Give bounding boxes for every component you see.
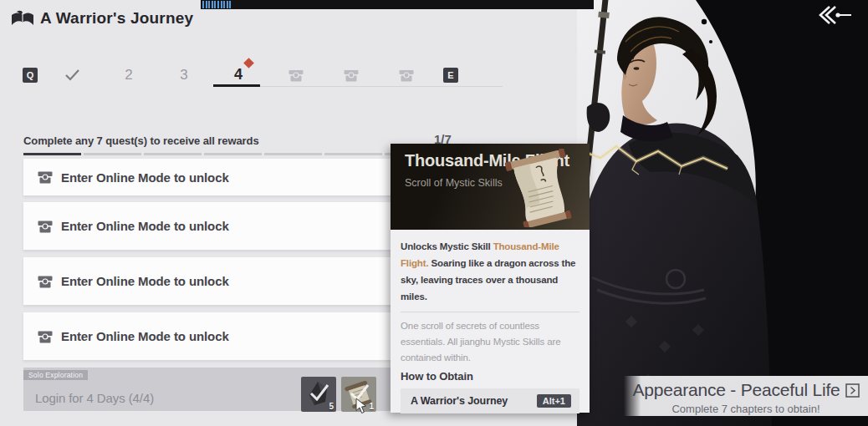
item-flavor-text: One scroll of secrets of countless essen… [401,318,581,366]
quest-label: Enter Online Mode to unlock [61,274,229,288]
book-icon [10,9,35,30]
arrow-right-box-icon[interactable] [845,383,860,398]
character-portrait [577,0,868,426]
quest-label: Enter Online Mode to unlock [61,329,229,343]
appearance-reward-subtitle: Complete 7 chapters to obtain! [624,403,868,415]
tab-reward-gift-icon[interactable] [344,68,359,82]
progress-segment [264,153,322,155]
desc-prefix: Unlocks Mystic Skill [401,241,493,251]
progress-segment [204,153,262,155]
item-type: Scroll of Mystic Skills [405,177,503,189]
gift-icon [38,330,53,343]
tab-reward-gift-icon[interactable] [399,68,414,82]
login-quest-label: Login for 4 Days (4/4) [35,391,154,405]
hotkey-q-badge: Q [23,68,38,83]
collapse-panel-icon[interactable] [813,3,855,27]
selected-tab-underline [213,84,260,87]
item-description: Unlocks Mystic Skill Thousand-Mile Fligh… [401,238,581,305]
mouse-cursor [355,398,368,414]
reward-item-dark-ore[interactable]: 5 [301,377,336,412]
progress-segment [84,153,141,155]
parchment-scroll-image [499,149,583,227]
page-title: A Warrior's Journey [40,9,193,28]
tab-baseline [260,86,503,87]
gift-icon [38,275,53,288]
quest-label: Enter Online Mode to unlock [61,219,229,233]
progress-stripes [202,1,232,8]
chapter-instruction: Complete any 7 quest(s) to receive all r… [23,134,259,147]
tooltip-header: Thousand-Mile Flight Scroll of Mystic Sk… [391,144,590,230]
hotkey-alt1-badge: Alt+1 [537,394,571,408]
appearance-title-text: Appearance - Peaceful Life [632,380,840,399]
how-to-obtain-heading: How to Obtain [401,370,580,383]
reward-count: 1 [369,402,374,411]
hotkey-e-badge: E [443,68,458,83]
tab-chapter2[interactable]: 2 [116,67,141,84]
quest-label: Enter Online Mode to unlock [61,170,229,185]
gift-icon [38,220,53,233]
progress-segment [324,153,382,155]
chapter-progress-bar [23,153,442,155]
tooltip-divider [401,312,580,312]
video-progress-strip [201,0,594,9]
obtain-source-name: A Warrior's Journey [411,395,537,407]
warriors-journey-screen: A Warrior's Journey Q 2 3 4 E Complete a… [0,0,868,426]
reward-count: 5 [329,402,334,411]
item-tooltip: Thousand-Mile Flight Scroll of Mystic Sk… [391,144,590,413]
tab-chapter3[interactable]: 3 [171,67,197,84]
tooltip-body: Unlocks Mystic Skill Thousand-Mile Fligh… [391,230,590,413]
progress-segment [23,153,81,155]
obtain-source-row[interactable]: A Warrior's Journey Alt+1 [401,388,580,413]
progress-segment [144,153,202,155]
gift-icon [38,170,53,184]
tab-reward-gift-icon[interactable] [288,68,304,82]
appearance-reward-title: Appearance - Peaceful Life [624,380,868,400]
solo-exploration-badge: Solo Exploration [23,370,88,380]
appearance-reward-banner[interactable]: Appearance - Peaceful Life Complete 7 ch… [624,376,868,416]
tab-chapter4-selected[interactable]: 4 [226,66,251,84]
tab-chapter1-checkmark-icon[interactable] [64,68,80,81]
